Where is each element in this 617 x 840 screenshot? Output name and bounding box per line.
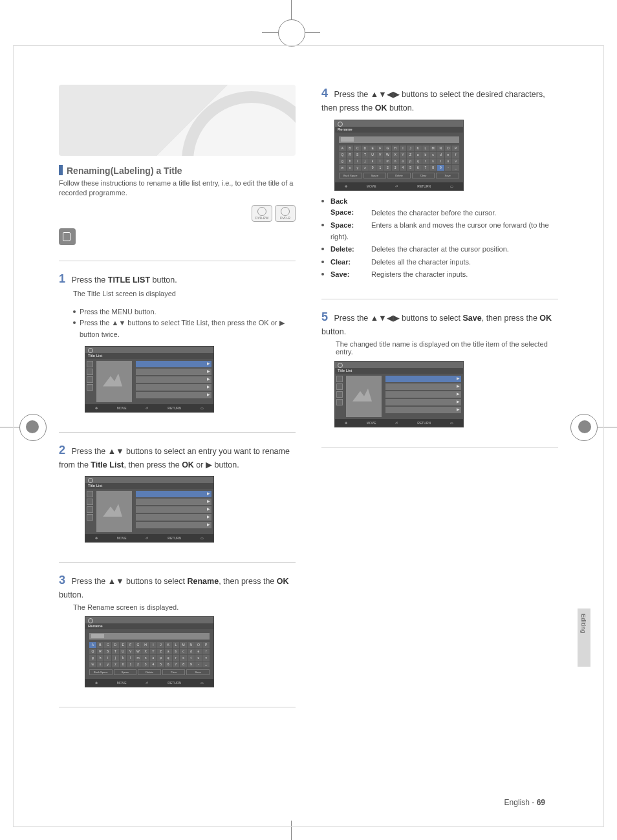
screenshot-title-list-1: Title List ✥MOVE⏎RETURN▭ <box>85 346 214 413</box>
step-2-head: 2 Press the ▲▼ buttons to select an entr… <box>59 442 296 471</box>
bullet-menu: Press the MENU button. <box>73 307 296 318</box>
def-delete: Delete: Deletes the character at the cur… <box>321 244 558 255</box>
separator <box>59 707 296 707</box>
step-5-sub: The changed title name is displayed on t… <box>336 340 558 356</box>
disc-dvd-r-icon: DVD-R <box>275 205 296 222</box>
step-1-bullets: Press the MENU button. Press the ▲▼ butt… <box>73 307 296 341</box>
step-2: 2 Press the ▲▼ buttons to select an entr… <box>59 442 296 546</box>
separator <box>321 447 558 447</box>
page-frame: Renaming(Labeling) a Title Follow these … <box>13 45 604 827</box>
page-footer: English - 69 <box>504 798 545 807</box>
hand-icon <box>59 228 76 245</box>
screenshot-title-list-3: Title List ✥MOVE⏎RETURN▭ <box>334 361 464 427</box>
keyboard-definitions: Back Space: Deletes the character before… <box>321 196 558 281</box>
separator <box>59 562 296 563</box>
separator <box>59 261 296 261</box>
def-space: Space: Enters a blank and moves the curs… <box>321 220 558 242</box>
step-5: 5 Press the ▲▼◀▶ buttons to select Save,… <box>321 308 558 430</box>
step-1-head: 1 Press the TITLE LIST button. <box>59 270 296 288</box>
step-3-sub: The Rename screen is displayed. <box>73 603 296 611</box>
step-3-head: 3 Press the ▲▼ buttons to select Rename,… <box>59 572 296 601</box>
intro-text: Follow these instructions to rename a ti… <box>59 178 296 199</box>
step-4: 4 Press the ▲▼◀▶ buttons to select the d… <box>321 85 558 282</box>
screenshot-rename-keyboard-1: Rename ABCDEFGHIJKLMNOP QRSTUVWXYZabcdef… <box>85 616 214 687</box>
section-title-text: Renaming(Labeling) a Title <box>67 166 182 176</box>
screenshot-rename-keyboard-2: Rename ABCDEFGHIJKLMNOP QRSTUVWXYZabcdef… <box>334 120 464 191</box>
side-tab: Editing <box>578 608 590 667</box>
step-5-head: 5 Press the ▲▼◀▶ buttons to select Save,… <box>321 308 558 338</box>
step-4-head: 4 Press the ▲▼◀▶ buttons to select the d… <box>321 85 558 114</box>
separator <box>59 432 296 433</box>
right-column: 4 Press the ▲▼◀▶ buttons to select the d… <box>321 85 558 801</box>
section-heading: Renaming(Labeling) a Title <box>59 165 296 176</box>
disc-icons: DVD-RW DVD-R <box>59 205 296 222</box>
separator <box>321 299 558 299</box>
def-clear: Clear: Deletes all the character inputs. <box>321 257 558 268</box>
screenshot-title-list-2: Title List ✥MOVE⏎RETURN▭ <box>85 476 214 543</box>
def-save: Save: Registers the character inputs. <box>321 269 558 281</box>
step-1: 1 Press the TITLE LIST button. The Title… <box>59 270 296 415</box>
disc-dvd-rw-icon: DVD-RW <box>252 205 272 222</box>
crop-mark-top <box>265 0 317 39</box>
step-1-sub: The Title List screen is displayed <box>73 290 296 297</box>
left-column: Renaming(Labeling) a Title Follow these … <box>59 85 296 801</box>
bullet-titlelist: Press the ▲▼ buttons to select Title Lis… <box>73 318 296 340</box>
step-3: 3 Press the ▲▼ buttons to select Rename,… <box>59 572 296 690</box>
hero-graphic <box>59 85 296 156</box>
def-backspace: Back Space: Deletes the character before… <box>321 196 558 219</box>
